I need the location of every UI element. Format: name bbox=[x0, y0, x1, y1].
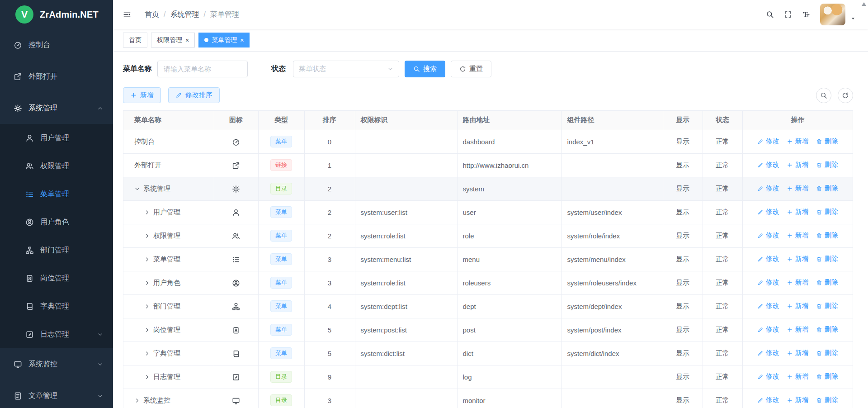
cell-visible: 显示 bbox=[663, 365, 703, 389]
row-delete-button[interactable]: 删除 bbox=[816, 184, 838, 193]
refresh-table-button[interactable] bbox=[838, 88, 853, 103]
row-add-button[interactable]: 新增 bbox=[787, 349, 809, 357]
cell-icon bbox=[214, 177, 258, 200]
row-add-button[interactable]: 新增 bbox=[787, 137, 809, 146]
breadcrumb-separator: / bbox=[164, 10, 165, 19]
row-add-button[interactable]: 新增 bbox=[787, 278, 809, 287]
row-delete-button[interactable]: 删除 bbox=[816, 278, 838, 287]
column-header-1: 图标 bbox=[214, 111, 258, 130]
row-expand-icon[interactable] bbox=[144, 304, 150, 309]
row-edit-button[interactable]: 修改 bbox=[757, 184, 779, 193]
search-button[interactable]: 搜索 bbox=[405, 61, 445, 77]
cell-sort: 5 bbox=[304, 318, 355, 342]
chevron-down-icon bbox=[97, 361, 103, 367]
reset-button[interactable]: 重置 bbox=[451, 61, 491, 77]
tab-close-icon[interactable]: × bbox=[185, 37, 189, 43]
row-expand-icon[interactable] bbox=[144, 374, 150, 380]
row-edit-button[interactable]: 修改 bbox=[757, 349, 779, 357]
row-add-button[interactable]: 新增 bbox=[787, 231, 809, 240]
row-delete-button[interactable]: 删除 bbox=[816, 325, 838, 334]
add-button[interactable]: 新增 bbox=[123, 87, 161, 103]
sidebar-subitem-post[interactable]: 岗位管理 bbox=[0, 264, 113, 292]
article-icon bbox=[14, 392, 22, 400]
user-avatar[interactable] bbox=[820, 4, 845, 25]
app-logo[interactable]: V ZrAdmin.NET bbox=[0, 0, 113, 29]
row-delete-button[interactable]: 删除 bbox=[816, 161, 838, 169]
sidebar-collapse-icon[interactable] bbox=[123, 10, 131, 19]
sidebar-item-label: 外部打开 bbox=[28, 72, 57, 81]
cell-component: system/menu/index bbox=[561, 247, 663, 271]
menu-name-input[interactable] bbox=[157, 61, 248, 77]
row-expand-icon[interactable] bbox=[144, 327, 150, 333]
row-add-button[interactable]: 新增 bbox=[787, 208, 809, 216]
show-search-toggle-button[interactable] bbox=[816, 88, 831, 103]
tag-view-tab-2[interactable]: 菜单管理× bbox=[198, 33, 250, 47]
cell-menu-name: 岗位管理 bbox=[123, 318, 214, 342]
sidebar-item-monitor[interactable]: 系统监控 bbox=[0, 348, 113, 380]
sidebar-subitem-dept[interactable]: 部门管理 bbox=[0, 236, 113, 264]
search-icon[interactable] bbox=[766, 10, 774, 19]
row-expand-icon[interactable] bbox=[134, 186, 140, 192]
trash-icon bbox=[816, 162, 822, 168]
edit-sort-button[interactable]: 修改排序 bbox=[168, 87, 220, 103]
sidebar-submenu: 用户管理权限管理菜单管理用户角色部门管理岗位管理字典管理日志管理 bbox=[0, 124, 113, 348]
row-delete-button[interactable]: 删除 bbox=[816, 255, 838, 263]
row-add-button[interactable]: 新增 bbox=[787, 161, 809, 169]
row-delete-button[interactable]: 删除 bbox=[816, 349, 838, 357]
sidebar-subitem-menu[interactable]: 菜单管理 bbox=[0, 180, 113, 208]
sidebar-item-system[interactable]: 系统管理 bbox=[0, 92, 113, 124]
status-select[interactable]: 菜单状态 bbox=[293, 61, 399, 77]
row-delete-button[interactable]: 删除 bbox=[816, 396, 838, 404]
row-edit-button[interactable]: 修改 bbox=[757, 208, 779, 216]
row-expand-icon[interactable] bbox=[144, 256, 150, 262]
row-delete-button[interactable]: 删除 bbox=[816, 372, 838, 381]
sidebar-subitem-user[interactable]: 用户管理 bbox=[0, 124, 113, 152]
cell-path: post bbox=[457, 318, 561, 342]
sidebar-subitem-dict[interactable]: 字典管理 bbox=[0, 292, 113, 320]
trash-icon bbox=[816, 303, 822, 309]
row-expand-icon[interactable] bbox=[144, 209, 150, 215]
row-edit-button[interactable]: 修改 bbox=[757, 302, 779, 310]
row-add-button[interactable]: 新增 bbox=[787, 372, 809, 381]
row-expand-icon[interactable] bbox=[144, 280, 150, 286]
row-edit-button[interactable]: 修改 bbox=[757, 231, 779, 240]
row-add-button[interactable]: 新增 bbox=[787, 184, 809, 193]
row-add-button[interactable]: 新增 bbox=[787, 255, 809, 263]
plus-icon bbox=[787, 256, 793, 262]
tag-view-tab-1[interactable]: 权限管理× bbox=[151, 33, 195, 47]
sidebar-item-article[interactable]: 文章管理 bbox=[0, 380, 113, 408]
row-add-button[interactable]: 新增 bbox=[787, 302, 809, 310]
row-delete-button[interactable]: 删除 bbox=[816, 208, 838, 216]
sidebar-subitem-log[interactable]: 日志管理 bbox=[0, 320, 113, 348]
row-edit-button[interactable]: 修改 bbox=[757, 278, 779, 287]
sidebar-subitem-role[interactable]: 权限管理 bbox=[0, 152, 113, 180]
row-add-button[interactable]: 新增 bbox=[787, 325, 809, 334]
row-edit-button[interactable]: 修改 bbox=[757, 161, 779, 169]
sidebar-item-dashboard[interactable]: 控制台 bbox=[0, 29, 113, 61]
cell-status: 正常 bbox=[703, 177, 742, 200]
row-edit-button[interactable]: 修改 bbox=[757, 372, 779, 381]
font-size-icon[interactable] bbox=[802, 10, 810, 19]
row-delete-button[interactable]: 删除 bbox=[816, 302, 838, 310]
fullscreen-icon[interactable] bbox=[784, 10, 792, 19]
row-edit-button[interactable]: 修改 bbox=[757, 255, 779, 263]
row-edit-button[interactable]: 修改 bbox=[757, 325, 779, 334]
sidebar-item-external-link[interactable]: 外部打开 bbox=[0, 61, 113, 92]
row-delete-button[interactable]: 删除 bbox=[816, 231, 838, 240]
breadcrumb-item-0[interactable]: 首页 bbox=[145, 10, 159, 19]
breadcrumb-item-1[interactable]: 系统管理 bbox=[170, 10, 199, 19]
plus-icon bbox=[787, 374, 793, 380]
row-delete-button[interactable]: 删除 bbox=[816, 137, 838, 146]
row-expand-icon[interactable] bbox=[134, 398, 140, 403]
sidebar-subitem-role-users[interactable]: 用户角色 bbox=[0, 208, 113, 236]
row-add-button[interactable]: 新增 bbox=[787, 396, 809, 404]
tag-view-tab-0[interactable]: 首页 bbox=[123, 33, 147, 47]
scrollbar-up-arrow[interactable] bbox=[862, 2, 866, 6]
caret-down-icon[interactable] bbox=[850, 15, 856, 22]
row-edit-button[interactable]: 修改 bbox=[757, 396, 779, 404]
row-expand-icon[interactable] bbox=[144, 351, 150, 356]
row-expand-icon[interactable] bbox=[144, 233, 150, 239]
edit-icon bbox=[757, 397, 764, 403]
row-edit-button[interactable]: 修改 bbox=[757, 137, 779, 146]
tab-close-icon[interactable]: × bbox=[240, 37, 244, 43]
